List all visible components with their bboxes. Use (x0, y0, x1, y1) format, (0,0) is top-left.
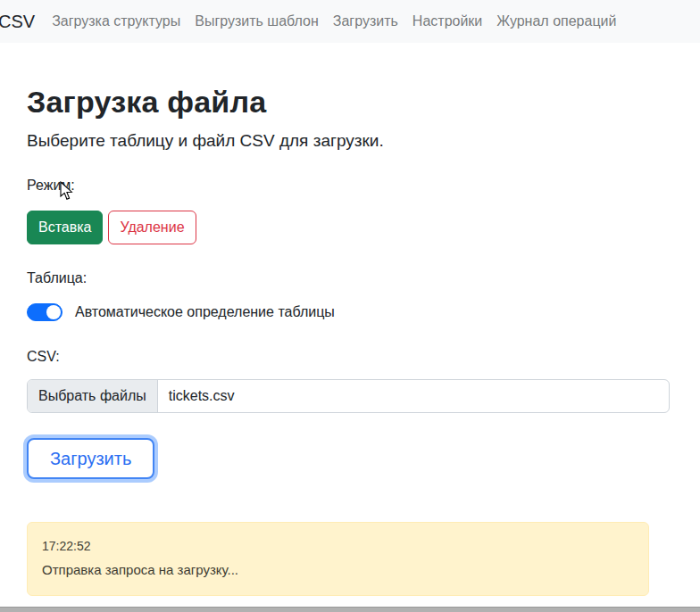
main-content: Загрузка файла Выберите таблицу и файл C… (0, 84, 700, 596)
page-subtitle: Выберите таблицу и файл CSV для загрузки… (27, 131, 670, 151)
toggle-knob (46, 305, 61, 319)
brand-csv[interactable]: CSV (0, 12, 35, 32)
page-title: Загрузка файла (27, 84, 670, 120)
upload-button[interactable]: Загрузить (27, 438, 154, 479)
auto-detect-toggle[interactable] (27, 303, 62, 321)
choose-files-button[interactable]: Выбрать файлы (28, 380, 158, 412)
log-timestamp: 17:22:52 (42, 539, 634, 553)
nav-item-load-structure[interactable]: Загрузка структуры (45, 10, 188, 33)
nav-item-export-template[interactable]: Выгрузить шаблон (188, 10, 326, 33)
table-label: Таблица: (27, 270, 670, 286)
selected-file-name: tickets.csv (158, 380, 246, 412)
top-navbar: CSV Загрузка структуры Выгрузить шаблон … (0, 0, 700, 43)
nav-item-settings[interactable]: Настройки (405, 10, 489, 33)
csv-label: CSV: (27, 349, 670, 365)
nav-item-upload[interactable]: Загрузить (326, 10, 405, 33)
log-alert: 17:22:52 Отправка запроса на загрузку... (27, 522, 649, 596)
delete-mode-button[interactable]: Удаление (108, 211, 196, 244)
horizontal-scrollbar[interactable] (0, 607, 700, 612)
auto-detect-label: Автоматическое определение таблицы (75, 304, 335, 320)
insert-mode-button[interactable]: Вставка (27, 211, 103, 244)
mode-button-group: Вставка Удаление (27, 211, 670, 244)
upload-button-wrap: Загрузить (27, 438, 670, 479)
mode-label: Режим: (27, 178, 670, 194)
auto-detect-switch-row: Автоматическое определение таблицы (27, 303, 670, 321)
nav-item-operations-log[interactable]: Журнал операций (489, 10, 623, 33)
csv-file-input[interactable]: Выбрать файлы tickets.csv (27, 379, 670, 413)
page: CSV Загрузка структуры Выгрузить шаблон … (0, 0, 700, 612)
log-message: Отправка запроса на загрузку... (42, 562, 634, 577)
